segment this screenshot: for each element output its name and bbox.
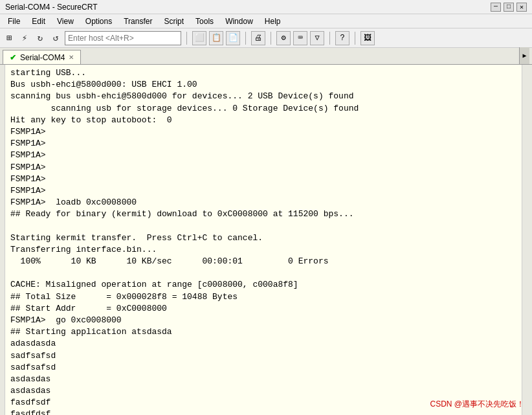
- toolbar-separator-3: [271, 32, 271, 45]
- toolbar-separator-4: [329, 32, 330, 45]
- menu-help[interactable]: Help: [260, 16, 286, 27]
- toolbar-paste-icon[interactable]: 📋: [209, 31, 223, 45]
- host-input[interactable]: [65, 31, 181, 45]
- close-button[interactable]: ✕: [516, 3, 527, 12]
- menu-transfer[interactable]: Transfer: [118, 16, 157, 27]
- toolbar-refresh-icon[interactable]: ↻: [34, 32, 47, 45]
- tab-label: Serial-COM4: [20, 53, 65, 62]
- toolbar-icon-1: ⊞: [3, 32, 16, 45]
- toolbar-print-icon[interactable]: 🖨: [251, 31, 265, 45]
- toolbar-paste2-icon[interactable]: 📄: [226, 31, 240, 45]
- menu-view[interactable]: View: [52, 16, 79, 27]
- terminal-left-bar: [0, 65, 5, 415]
- tab-serial-com4[interactable]: ✔ Serial-COM4 ✕: [3, 50, 81, 64]
- window-title: Serial-COM4 - SecureCRT: [5, 3, 97, 12]
- toolbar: ⊞ ⚡ ↻ ↺ ⬜ 📋 📄 🖨 ⚙ ⌨ ▽ ? 🖼: [0, 28, 532, 48]
- title-bar: Serial-COM4 - SecureCRT ─ □ ✕: [0, 0, 532, 14]
- toolbar-keypad-icon[interactable]: ⌨: [293, 31, 307, 45]
- terminal-container: starting USB... Bus usbh-ehci@5800d000: …: [0, 65, 532, 415]
- toolbar-settings-icon[interactable]: ⚙: [276, 31, 291, 45]
- toolbar-extra-icon[interactable]: 🖼: [360, 31, 375, 45]
- terminal-output[interactable]: starting USB... Bus usbh-ehci@5800d000: …: [5, 65, 522, 415]
- toolbar-copy-icon[interactable]: ⬜: [192, 31, 206, 45]
- toolbar-help-icon[interactable]: ?: [335, 31, 349, 45]
- maximize-button[interactable]: □: [504, 3, 514, 12]
- toolbar-separator-1: [186, 32, 187, 45]
- menu-options[interactable]: Options: [80, 16, 117, 27]
- tab-check-icon: ✔: [10, 53, 16, 62]
- menu-tools[interactable]: Tools: [190, 16, 219, 27]
- menu-edit[interactable]: Edit: [27, 16, 50, 27]
- toolbar-filter-icon[interactable]: ▽: [310, 31, 324, 45]
- toolbar-separator-5: [355, 32, 355, 45]
- menu-script[interactable]: Script: [159, 16, 189, 27]
- minimize-button[interactable]: ─: [491, 3, 501, 12]
- tab-close-button[interactable]: ✕: [69, 54, 74, 61]
- window-controls: ─ □ ✕: [491, 3, 527, 12]
- terminal-scrollbar[interactable]: [522, 65, 532, 415]
- toolbar-reconnect-icon[interactable]: ↺: [49, 32, 62, 45]
- menu-window[interactable]: Window: [220, 16, 258, 27]
- watermark: CSDN @遇事不决先吃饭！: [430, 399, 524, 410]
- sidebar-collapse-button[interactable]: ▶: [519, 47, 529, 64]
- menu-bar: File Edit View Options Transfer Script T…: [0, 14, 532, 28]
- toolbar-separator-2: [245, 32, 246, 45]
- tab-bar: ✔ Serial-COM4 ✕ ▶: [0, 48, 532, 65]
- menu-file[interactable]: File: [3, 16, 25, 27]
- toolbar-lightning-icon[interactable]: ⚡: [18, 32, 31, 45]
